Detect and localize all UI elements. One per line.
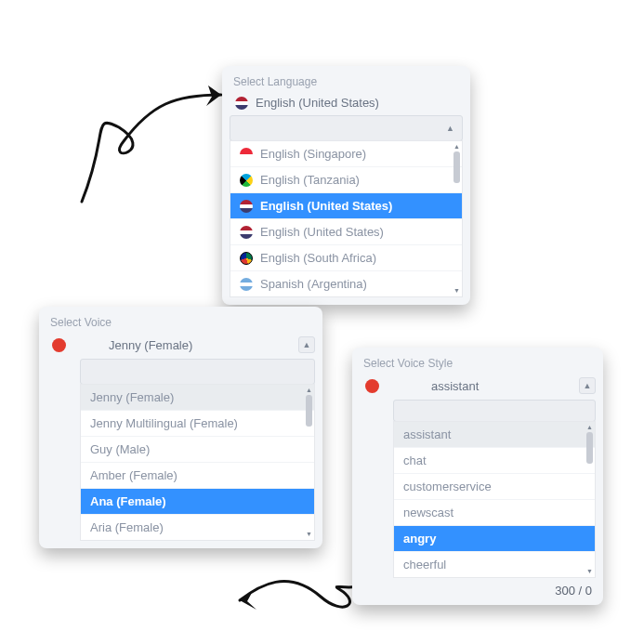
option-label: English (Tanzania) (260, 173, 360, 187)
style-search-input[interactable] (400, 402, 589, 419)
dropdown-option[interactable]: cheerful (394, 552, 595, 577)
scroll-up-icon[interactable]: ▲ (453, 142, 460, 151)
language-option-list: English (Singapore)English (Tanzania)Eng… (230, 141, 462, 296)
arrow-top (72, 76, 240, 225)
option-label: Jenny (Female) (90, 390, 174, 404)
dropdown-option[interactable]: Jenny (Female) (81, 385, 314, 411)
option-label: Aria (Female) (90, 520, 164, 534)
dropdown-option[interactable]: English (South Africa) (230, 245, 462, 271)
collapse-icon[interactable]: ▲ (298, 336, 315, 353)
voice-option-list: Jenny (Female)Jenny Multilingual (Female… (81, 385, 314, 540)
voice-selected-label: Jenny (Female) (109, 338, 192, 352)
dropdown-option[interactable]: angry (394, 526, 595, 552)
voice-search[interactable] (80, 359, 315, 385)
scroll-up-icon[interactable]: ▲ (586, 423, 593, 432)
dropdown-option[interactable]: Aria (Female) (81, 515, 314, 540)
style-selected[interactable]: assistant ▲ (360, 377, 596, 400)
flag-icon (240, 200, 253, 213)
dropdown-option[interactable]: English (United States) (230, 219, 462, 245)
language-search-input[interactable] (236, 120, 444, 137)
panel-title: Select Language (233, 75, 463, 88)
language-selected-label: English (United States) (256, 96, 379, 110)
dropdown-option[interactable]: Jenny Multilingual (Female) (81, 411, 314, 437)
option-label: Ana (Female) (90, 494, 166, 508)
collapse-icon[interactable]: ▲ (579, 377, 596, 394)
dropdown-option[interactable]: newscast (394, 500, 595, 526)
style-selected-label: assistant (431, 379, 479, 393)
scrollbar[interactable]: ▲ ▼ (453, 142, 461, 296)
dropdown-option[interactable]: English (Singapore) (230, 141, 462, 167)
flag-icon (240, 278, 253, 291)
scrollbar[interactable]: ▲ ▼ (585, 423, 594, 576)
scrollbar[interactable]: ▲ ▼ (305, 386, 313, 539)
flag-icon (240, 174, 253, 187)
option-label: customerservice (403, 480, 492, 493)
flag-icon (240, 252, 253, 265)
option-label: English (United States) (260, 225, 384, 239)
red-badge-icon (52, 338, 66, 352)
flag-icon (240, 226, 253, 239)
style-search[interactable] (393, 400, 596, 422)
red-badge-icon (365, 379, 379, 393)
voice-selected[interactable]: Jenny (Female) ▲ (46, 336, 315, 359)
option-label: Spanish (Argentina) (260, 277, 367, 291)
dropdown-option[interactable]: Spanish (Argentina) (230, 271, 462, 296)
dropdown-option[interactable]: chat (394, 448, 595, 474)
option-label: cheerful (403, 558, 446, 572)
style-panel: Select Voice Style assistant ▲ assistant… (352, 348, 603, 605)
language-search[interactable]: ▲ (230, 115, 463, 141)
option-label: Amber (Female) (90, 468, 177, 482)
scroll-up-icon[interactable]: ▲ (306, 386, 312, 395)
style-option-list: assistantchatcustomerservicenewscastangr… (394, 422, 595, 577)
dropdown-option[interactable]: Ana (Female) (81, 489, 314, 515)
option-label: Jenny Multilingual (Female) (90, 416, 238, 430)
language-selected[interactable]: English (United States) (230, 96, 463, 115)
option-label: newscast (403, 506, 453, 519)
option-label: English (South Africa) (260, 251, 376, 265)
option-label: assistant (403, 427, 451, 441)
panel-title: Select Voice Style (363, 357, 596, 370)
dropdown-option[interactable]: Amber (Female) (81, 463, 314, 489)
option-label: angry (403, 532, 436, 545)
voice-panel: Select Voice Jenny (Female) ▲ Jenny (Fem… (39, 307, 322, 548)
voice-search-input[interactable] (86, 363, 309, 380)
dropdown-option[interactable]: customerservice (394, 474, 595, 500)
option-label: English (Singapore) (260, 147, 366, 161)
scroll-down-icon[interactable]: ▼ (306, 530, 312, 539)
flag-icon (235, 97, 248, 110)
panel-title: Select Voice (50, 316, 315, 329)
option-label: English (United States) (260, 199, 392, 213)
scroll-down-icon[interactable]: ▼ (586, 567, 593, 576)
dropdown-option[interactable]: English (United States) (230, 193, 462, 219)
language-panel: Select Language English (United States) … (222, 66, 470, 305)
dropdown-option[interactable]: English (Tanzania) (230, 167, 462, 193)
scroll-down-icon[interactable]: ▼ (453, 286, 460, 296)
char-counter: 300 / 0 (360, 578, 596, 598)
option-label: chat (403, 453, 427, 467)
flag-icon (240, 148, 253, 161)
dropdown-option[interactable]: assistant (394, 422, 595, 448)
dropdown-option[interactable]: Guy (Male) (81, 437, 314, 463)
collapse-icon[interactable]: ▲ (444, 124, 456, 133)
option-label: Guy (Male) (90, 442, 150, 456)
